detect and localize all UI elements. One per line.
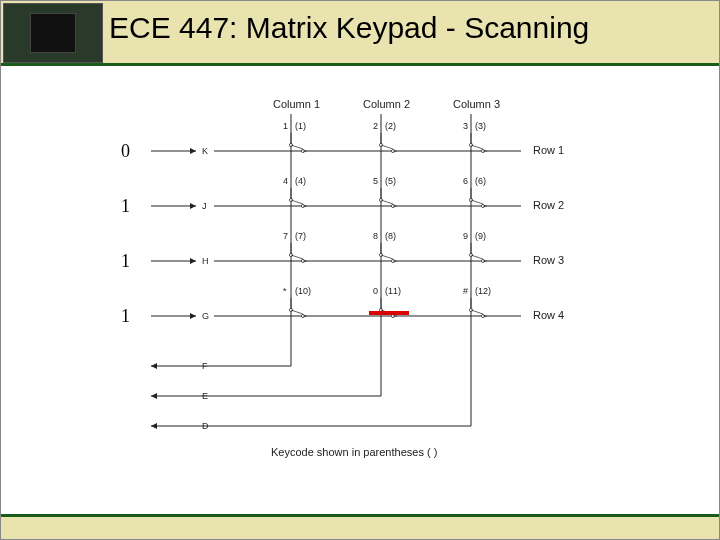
key-face: 2 xyxy=(373,121,378,131)
key-face: * xyxy=(283,286,287,296)
svg-point-47 xyxy=(379,253,382,256)
row-pin: H xyxy=(202,256,209,266)
key-code: (5) xyxy=(385,176,396,186)
col-pin: F xyxy=(202,361,208,371)
key-face: 7 xyxy=(283,231,288,241)
svg-line-69 xyxy=(471,310,483,314)
row-label: Row 1 xyxy=(533,144,564,156)
footer-band xyxy=(1,514,719,539)
slide-title: ECE 447: Matrix Keypad - Scanning xyxy=(109,11,589,45)
key-code: (6) xyxy=(475,176,486,186)
svg-line-29 xyxy=(291,200,303,204)
svg-line-49 xyxy=(381,255,393,259)
col-pin: E xyxy=(202,391,208,401)
key-face: 9 xyxy=(463,231,468,241)
svg-point-42 xyxy=(289,253,292,256)
row-label: Row 3 xyxy=(533,254,564,266)
svg-line-59 xyxy=(291,310,303,314)
svg-point-52 xyxy=(469,253,472,256)
key-face: 1 xyxy=(283,121,288,131)
keypad-schematic: Column 1Column 2Column 30KRow 11JRow 21H… xyxy=(121,96,601,466)
row-pin: G xyxy=(202,311,209,321)
svg-line-14 xyxy=(291,145,303,149)
key-code: (2) xyxy=(385,121,396,131)
row-pin: K xyxy=(202,146,208,156)
row-input-value: 0 xyxy=(121,141,130,161)
key-code: (9) xyxy=(475,231,486,241)
col-header: Column 2 xyxy=(363,98,410,110)
key-code: (10) xyxy=(295,286,311,296)
key-face: 0 xyxy=(373,286,378,296)
key-code: (4) xyxy=(295,176,306,186)
key-code: (3) xyxy=(475,121,486,131)
key-face: 3 xyxy=(463,121,468,131)
key-face: # xyxy=(463,286,468,296)
key-code: (11) xyxy=(385,286,401,296)
svg-line-24 xyxy=(471,145,483,149)
footnote: Keycode shown in parentheses ( ) xyxy=(271,446,437,458)
row-input-value: 1 xyxy=(121,196,130,216)
row-label: Row 2 xyxy=(533,199,564,211)
key-face: 6 xyxy=(463,176,468,186)
chip-thumbnail xyxy=(3,3,103,63)
row-label: Row 4 xyxy=(533,309,564,321)
svg-line-54 xyxy=(471,255,483,259)
key-face: 4 xyxy=(283,176,288,186)
svg-line-39 xyxy=(471,200,483,204)
col-header: Column 1 xyxy=(273,98,320,110)
key-code: (7) xyxy=(295,231,306,241)
col-pin: D xyxy=(202,421,209,431)
row-pin: J xyxy=(202,201,207,211)
row-input-value: 1 xyxy=(121,306,130,326)
svg-line-44 xyxy=(291,255,303,259)
key-code: (1) xyxy=(295,121,306,131)
key-face: 8 xyxy=(373,231,378,241)
key-face: 5 xyxy=(373,176,378,186)
key-code: (12) xyxy=(475,286,491,296)
col-header: Column 3 xyxy=(453,98,500,110)
header-band: ECE 447: Matrix Keypad - Scanning xyxy=(1,1,719,66)
svg-line-19 xyxy=(381,145,393,149)
row-input-value: 1 xyxy=(121,251,130,271)
svg-line-34 xyxy=(381,200,393,204)
key-code: (8) xyxy=(385,231,396,241)
